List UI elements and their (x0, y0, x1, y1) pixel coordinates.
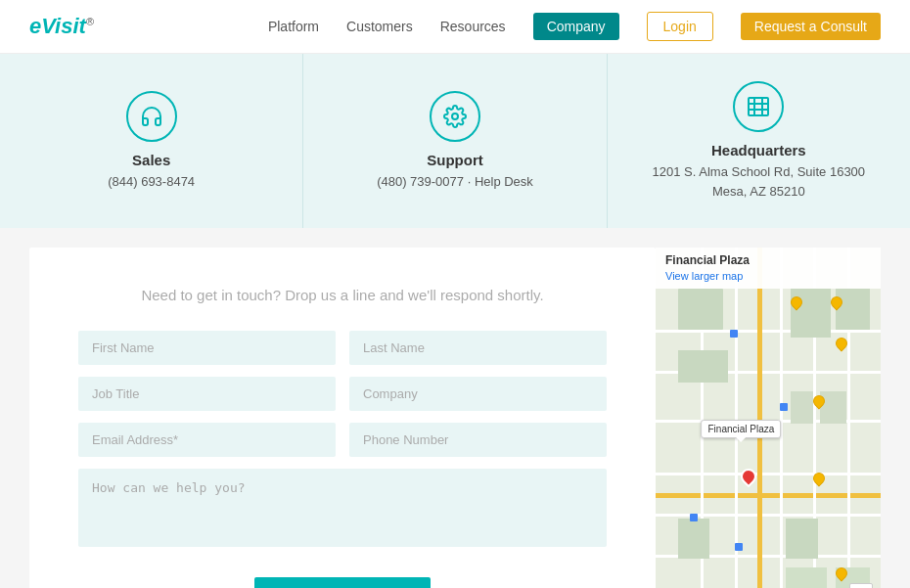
contact-form-section: Need to get in touch? Drop us a line and… (29, 248, 656, 588)
job-title-input[interactable] (78, 377, 336, 411)
navigation: eVisit​ ® Platform Customers Resources C… (0, 0, 910, 54)
sales-col: Sales (844) 693-8474 (0, 54, 303, 228)
contact-row (78, 423, 607, 457)
nav-customers[interactable]: Customers (346, 19, 413, 34)
svg-point-0 (452, 113, 458, 119)
map-header: Financial Plaza View larger map (656, 248, 881, 289)
sales-icon (126, 91, 177, 142)
info-banner: Sales (844) 693-8474 Support (480) 739-0… (0, 54, 910, 228)
support-icon (430, 91, 480, 142)
hq-label: Headquarters (711, 142, 806, 158)
name-row (78, 331, 607, 365)
map-pin-main (741, 469, 756, 484)
support-label: Support (427, 152, 483, 168)
map-larger-link[interactable]: View larger map (665, 270, 743, 282)
logo-text: Visit (41, 14, 86, 38)
submit-button[interactable]: SUBMIT (254, 577, 431, 588)
nav-company[interactable]: Company (533, 13, 619, 40)
hq-address-line1: 1201 S. Alma School Rd, Suite 16300 (653, 162, 866, 182)
message-input[interactable] (78, 469, 607, 547)
map-display: Financial Plaza + − Google (656, 248, 881, 588)
sales-phone: (844) 693-8474 (108, 172, 195, 192)
email-input[interactable] (78, 423, 336, 457)
map-title: Financial Plaza (665, 253, 871, 267)
map-zoom-controls: + − (849, 583, 873, 588)
form-title: Need to get in touch? Drop us a line and… (78, 287, 607, 303)
hq-address-line2: Mesa, AZ 85210 (712, 182, 805, 202)
logo-accent: e (29, 14, 41, 38)
company-input[interactable] (349, 377, 607, 411)
headquarters-icon (733, 81, 784, 132)
sales-label: Sales (132, 152, 170, 168)
request-consult-button[interactable]: Request a Consult (741, 13, 881, 40)
map-bubble-label: Financial Plaza (701, 420, 781, 438)
job-company-row (78, 377, 607, 411)
nav-links: Platform Customers Resources Company Log… (268, 12, 881, 41)
nav-resources[interactable]: Resources (440, 19, 506, 34)
map-zoom-in[interactable]: + (850, 584, 872, 588)
login-button[interactable]: Login (647, 12, 713, 41)
phone-input[interactable] (349, 423, 607, 457)
main-content: Need to get in touch? Drop us a line and… (0, 228, 910, 588)
logo[interactable]: eVisit​ ® (29, 14, 94, 39)
support-col: Support (480) 739-0077 · Help Desk (303, 54, 607, 228)
last-name-input[interactable] (349, 331, 607, 365)
first-name-input[interactable] (78, 331, 336, 365)
nav-platform[interactable]: Platform (268, 19, 319, 34)
headquarters-col: Headquarters 1201 S. Alma School Rd, Sui… (608, 54, 910, 228)
svg-rect-1 (749, 98, 768, 115)
support-phone: (480) 739-0077 · Help Desk (377, 172, 533, 192)
map-section: Financial Plaza View larger map (656, 248, 881, 588)
